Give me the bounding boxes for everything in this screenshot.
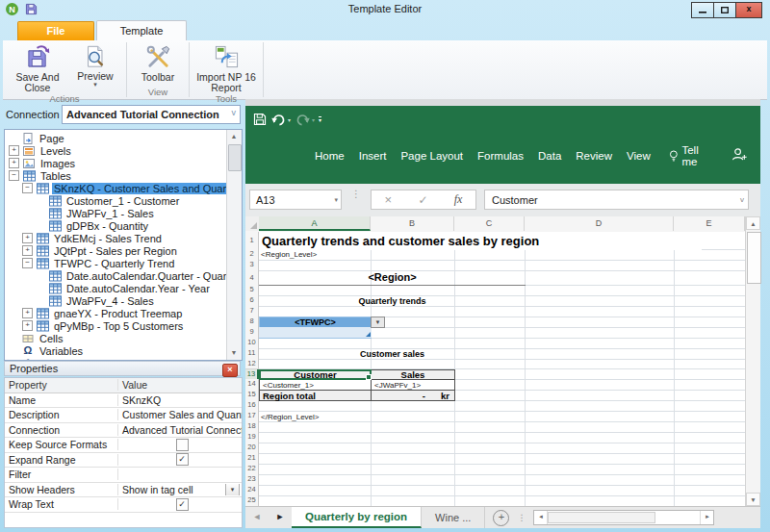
formula-bar-grip[interactable]: ⋮ — [351, 191, 361, 197]
grid-vertical-scrollbar[interactable]: ▲ ▼ — [745, 216, 760, 506]
expander-minus-icon[interactable]: − — [22, 183, 33, 193]
horizontal-scrollbar[interactable]: ◄ ► — [533, 510, 714, 525]
toolbar-button[interactable]: Toolbar — [131, 41, 185, 87]
expander-minus-icon[interactable]: − — [22, 258, 33, 268]
column-header-A[interactable]: A — [259, 216, 371, 231]
cell-C25[interactable] — [454, 495, 526, 506]
minimize-button[interactable] — [691, 2, 714, 18]
tree-item[interactable]: Cells — [5, 332, 227, 344]
name-box-caret-icon[interactable]: ▾ — [334, 190, 338, 210]
cell-B25[interactable] — [371, 495, 455, 506]
maximize-button[interactable] — [713, 2, 736, 18]
name-box[interactable]: A13 ▾ — [249, 190, 342, 210]
expander-plus-icon[interactable]: + — [9, 158, 19, 168]
tree-item[interactable]: Date.autoCalendar.Quarter - Quarter — [5, 269, 227, 282]
tree-item[interactable]: Customer_1 - Customer — [5, 194, 227, 207]
cell-content-A11[interactable]: Customer sales — [259, 348, 526, 360]
menu-insert[interactable]: Insert — [359, 150, 387, 162]
insert-function-icon[interactable]: fx — [454, 192, 463, 207]
expander-plus-icon[interactable]: + — [22, 308, 33, 318]
cell-E4[interactable] — [674, 270, 745, 286]
formula-input[interactable]: Customer v — [484, 190, 749, 210]
cell-D4[interactable] — [525, 270, 675, 286]
scrollbar-thumb[interactable] — [747, 232, 761, 284]
cell-D25[interactable] — [525, 495, 675, 506]
tree-item[interactable]: Date.autoCalendar.Year - Year — [5, 282, 227, 294]
expand-formula-bar-icon[interactable]: v — [740, 190, 744, 210]
column-header-D[interactable]: D — [525, 216, 674, 231]
tree-item[interactable]: JWaPFv_4 - Sales — [5, 294, 227, 307]
tree-item[interactable]: gDPBx - Quantity — [5, 219, 227, 232]
checkbox-checked-icon[interactable]: ✓ — [176, 453, 189, 466]
menu-page-layout[interactable]: Page Layout — [400, 150, 463, 162]
scroll-up-icon[interactable]: ▲ — [227, 130, 241, 143]
tell-me[interactable]: Tell me — [669, 144, 716, 167]
sheet-tab-wine[interactable]: Wine ... — [422, 507, 485, 528]
scroll-left-icon[interactable]: ◄ — [534, 511, 548, 524]
cancel-entry-icon[interactable]: × — [385, 192, 393, 207]
row-header-25[interactable]: 25 — [245, 495, 259, 506]
menu-formulas[interactable]: Formulas — [477, 150, 524, 162]
expander-plus-icon[interactable]: + — [9, 145, 19, 156]
scroll-right-icon[interactable]: ► — [700, 511, 713, 524]
undo-icon[interactable]: ▾ — [270, 114, 291, 126]
scrollbar-thumb[interactable] — [228, 144, 242, 171]
checkbox-unchecked-icon[interactable] — [176, 439, 189, 451]
tab-template[interactable]: Template — [96, 20, 187, 41]
close-button[interactable]: x — [735, 2, 762, 18]
menu-data[interactable]: Data — [538, 150, 561, 162]
tree-item[interactable]: +YdkEMcj - Sales Trend — [5, 232, 227, 244]
preview-button[interactable]: Preview ▾ — [68, 41, 122, 93]
property-value[interactable]: Customer Sales and Quantity — [118, 409, 242, 420]
sheet-nav-right-icon[interactable]: ► — [269, 507, 292, 528]
tab-bar-grip[interactable]: ⋮ — [517, 515, 526, 521]
tree-item[interactable]: −SKnzKQ - Customer Sales and Quantity — [5, 182, 227, 194]
tree-item[interactable]: +JQtPpt - Sales per Region — [5, 244, 227, 257]
select-all-corner[interactable] — [245, 216, 260, 231]
cell-content-A15[interactable]: Region total — [259, 390, 372, 401]
cell-content-A9[interactable] — [259, 327, 372, 339]
scroll-down-icon[interactable]: ▼ — [227, 346, 241, 360]
tree-item[interactable]: Page — [5, 132, 227, 144]
sheet-tab-quarterly-by-region[interactable]: Quarterly by region — [292, 507, 422, 528]
redo-icon[interactable]: ▾ — [295, 114, 315, 126]
cell-content-A4[interactable]: <Region> — [259, 270, 526, 286]
tree-scrollbar[interactable]: ▲ ▼ — [226, 130, 242, 360]
properties-close-icon[interactable]: × — [222, 364, 238, 377]
tree-item[interactable]: +qPyMBp - Top 5 Customers — [5, 319, 227, 332]
preview-dropdown-caret-icon[interactable]: ▾ — [93, 82, 97, 88]
customize-qat-icon[interactable]: ▾ — [319, 116, 321, 123]
sign-in-person-icon[interactable] — [731, 147, 747, 165]
cell-content-B15[interactable]: -kr — [371, 390, 455, 401]
tree-item[interactable]: ΩVariables — [5, 344, 227, 357]
scroll-up-icon[interactable]: ▲ — [746, 216, 760, 230]
import-np16-report-button[interactable]: Import NP 16 Report — [193, 41, 259, 93]
add-sheet-icon[interactable]: + — [493, 510, 509, 526]
row-header-4[interactable]: 4 — [245, 270, 259, 286]
property-value[interactable]: Advanced Tutorial Connection — [118, 424, 242, 436]
menu-home[interactable]: Home — [315, 150, 345, 162]
tree-item[interactable]: fxFormulas — [5, 357, 227, 360]
tree-item[interactable]: +Levels — [5, 144, 227, 157]
expander-plus-icon[interactable]: + — [22, 245, 33, 256]
cell-A25[interactable] — [259, 495, 372, 506]
confirm-entry-icon[interactable]: ✓ — [418, 193, 427, 207]
column-header-E[interactable]: E — [674, 216, 745, 231]
column-header-B[interactable]: B — [371, 216, 454, 231]
scrollbar-thumb[interactable] — [548, 512, 655, 523]
tab-file[interactable]: File — [17, 21, 94, 41]
dropdown-caret-icon[interactable]: ▾ — [225, 484, 240, 495]
sheet-nav-left-icon[interactable]: ◄ — [245, 507, 269, 528]
menu-review[interactable]: Review — [576, 150, 612, 162]
tag-dropdown-icon[interactable]: ▼ — [371, 317, 385, 328]
checkbox-checked-icon[interactable]: ✓ — [176, 498, 189, 511]
property-value[interactable]: Show in tag cell — [122, 484, 193, 495]
cell-content-A2[interactable]: <Region_Level> — [259, 249, 372, 261]
tree-item[interactable]: −TFWPC - Quarterly Trend — [5, 257, 227, 269]
cell-E25[interactable] — [674, 495, 745, 506]
expander-minus-icon[interactable]: − — [9, 170, 19, 181]
cell-content-A13[interactable]: Customer — [259, 369, 372, 381]
cell-content-A1[interactable]: Quarterly trends and customer sales by r… — [259, 232, 702, 250]
tree-item[interactable]: −Tables — [5, 169, 227, 182]
cell-content-A17[interactable]: </Region_Level> — [259, 411, 372, 422]
